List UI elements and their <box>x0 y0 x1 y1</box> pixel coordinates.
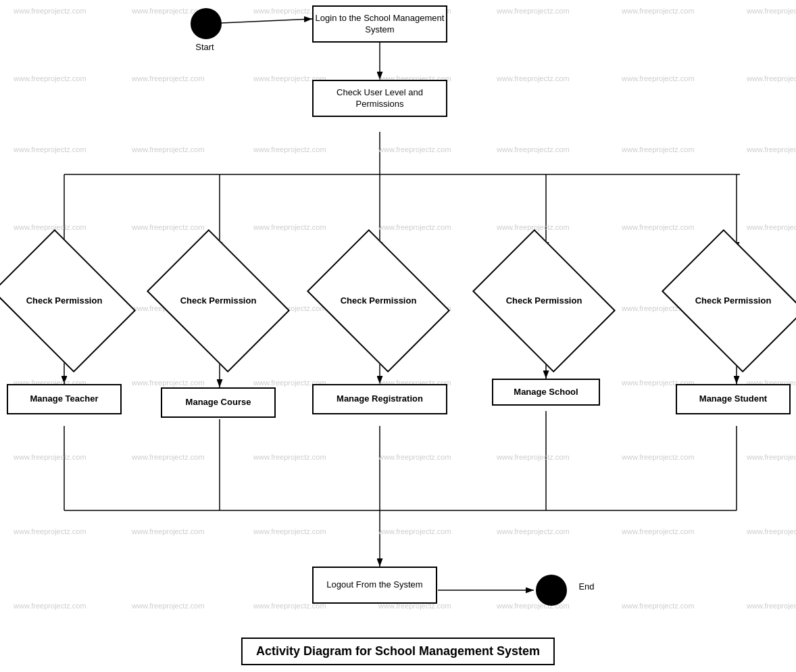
wm45: www.freeprojectz.com <box>253 453 326 461</box>
wm23: www.freeprojectz.com <box>132 223 205 231</box>
wm37: www.freeprojectz.com <box>132 379 205 387</box>
wm9: www.freeprojectz.com <box>132 74 205 82</box>
start-label: Start <box>181 42 228 52</box>
shapes-layer: www.freeprojectz.com www.freeprojectz.co… <box>0 0 796 672</box>
wm63: www.freeprojectz.com <box>747 602 796 610</box>
wm54: www.freeprojectz.com <box>497 527 570 535</box>
diagram-title: Activity Diagram for School Management S… <box>241 638 555 665</box>
wm48: www.freeprojectz.com <box>622 453 695 461</box>
login-node: Login to the School Management System <box>312 5 447 43</box>
start-circle <box>191 8 222 39</box>
wm49: www.freeprojectz.com <box>747 453 796 461</box>
wm46: www.freeprojectz.com <box>378 453 451 461</box>
wm18: www.freeprojectz.com <box>378 145 451 153</box>
wm50: www.freeprojectz.com <box>14 527 86 535</box>
wm8: www.freeprojectz.com <box>14 74 86 82</box>
wm56: www.freeprojectz.com <box>747 527 796 535</box>
check-permission-4-node: Check Permission <box>487 257 601 345</box>
wm44: www.freeprojectz.com <box>132 453 205 461</box>
manage-school-node: Manage School <box>492 379 600 406</box>
wm14: www.freeprojectz.com <box>747 74 796 82</box>
wm55: www.freeprojectz.com <box>622 527 695 535</box>
wm22: www.freeprojectz.com <box>14 223 86 231</box>
wm53: www.freeprojectz.com <box>378 527 451 535</box>
logout-node: Logout From the System <box>312 567 437 604</box>
check-permission-1-node: Check Permission <box>7 257 122 345</box>
wm25: www.freeprojectz.com <box>378 223 451 231</box>
wm1: www.freeprojectz.com <box>14 7 86 15</box>
manage-student-node: Manage Student <box>676 384 791 414</box>
wm13: www.freeprojectz.com <box>622 74 695 82</box>
manage-course-node: Manage Course <box>161 387 276 418</box>
check-permission-2-node: Check Permission <box>161 257 276 345</box>
manage-teacher-node: Manage Teacher <box>7 384 122 414</box>
wm27: www.freeprojectz.com <box>622 223 695 231</box>
wm7: www.freeprojectz.com <box>747 7 796 15</box>
wm24: www.freeprojectz.com <box>253 223 326 231</box>
wm58: www.freeprojectz.com <box>132 602 205 610</box>
wm19: www.freeprojectz.com <box>497 145 570 153</box>
check-permission-5-node: Check Permission <box>676 257 791 345</box>
wm62: www.freeprojectz.com <box>622 602 695 610</box>
wm12: www.freeprojectz.com <box>497 74 570 82</box>
check-permission-3-node: Check Permission <box>321 257 436 345</box>
manage-registration-node: Manage Registration <box>312 384 447 414</box>
wm43: www.freeprojectz.com <box>14 453 86 461</box>
wm5: www.freeprojectz.com <box>497 7 570 15</box>
end-label: End <box>573 581 600 592</box>
wm51: www.freeprojectz.com <box>132 527 205 535</box>
wm57: www.freeprojectz.com <box>14 602 86 610</box>
check-user-level-node: Check User Level and Permissions <box>312 80 447 117</box>
wm16: www.freeprojectz.com <box>132 145 205 153</box>
wm6: www.freeprojectz.com <box>622 7 695 15</box>
wm15: www.freeprojectz.com <box>14 145 86 153</box>
wm47: www.freeprojectz.com <box>497 453 570 461</box>
wm28: www.freeprojectz.com <box>747 223 796 231</box>
end-circle <box>536 575 567 606</box>
wm21: www.freeprojectz.com <box>747 145 796 153</box>
wm17: www.freeprojectz.com <box>253 145 326 153</box>
wm52: www.freeprojectz.com <box>253 527 326 535</box>
wm20: www.freeprojectz.com <box>622 145 695 153</box>
